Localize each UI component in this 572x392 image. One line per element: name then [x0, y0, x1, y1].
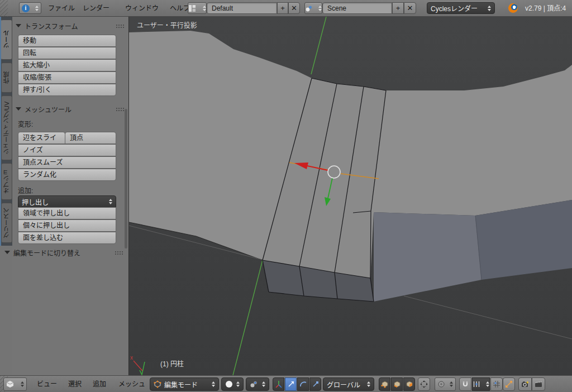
- collapse-triangle-icon: [4, 251, 10, 254]
- cube-icon: [6, 380, 14, 388]
- pivot-center-dropdown[interactable]: [246, 377, 269, 391]
- tab-shading-uv[interactable]: シェーディング/UV: [1, 95, 12, 160]
- extrude-individual-button[interactable]: 個々に押し出し: [18, 219, 116, 232]
- tool-shelf-tabs: ツール 作成 シェーディング/UV オプション グリースペンシル: [0, 17, 12, 246]
- camera-icon: [521, 380, 529, 388]
- snap-magnet-button[interactable]: [459, 377, 471, 391]
- tool-shelf-panels: トランスフォーム 移動 回転 拡大縮小 収縮/膨張 押す/引く メッシュツール …: [12, 17, 128, 375]
- snap-target-grid-icon: [493, 380, 500, 388]
- randomize-button[interactable]: ランダム化: [18, 169, 116, 181]
- chevron-updown-icon: [318, 6, 322, 11]
- face-select-icon: [406, 380, 413, 388]
- panel-grip-icon[interactable]: [116, 107, 125, 111]
- chevron-updown-icon: [367, 381, 370, 387]
- shelf-scrollbar[interactable]: [125, 109, 127, 248]
- opengl-render-button[interactable]: [518, 377, 532, 391]
- opengl-render-anim-button[interactable]: [532, 377, 545, 391]
- panel-header-transform[interactable]: トランスフォーム: [16, 21, 125, 31]
- viewport-shading-dropdown[interactable]: [221, 377, 244, 391]
- editor-type-3dview-dropdown[interactable]: [3, 377, 27, 391]
- chevron-updown-icon: [35, 6, 39, 11]
- redo-panel-header[interactable]: 編集モードに切り替え: [0, 247, 128, 258]
- chevron-updown-icon: [203, 6, 206, 11]
- shrink-fatten-button[interactable]: 収縮/膨張: [18, 71, 116, 84]
- face-select-button[interactable]: [403, 377, 415, 391]
- pivot-icon: [250, 380, 258, 388]
- render-engine-label: Cyclesレンダー: [431, 3, 478, 13]
- screen-layout-name: Default: [212, 4, 233, 12]
- snap-group: [459, 377, 503, 391]
- chevron-updown-icon: [212, 381, 215, 387]
- snap-peel-button[interactable]: [503, 377, 515, 391]
- close-layout-button[interactable]: ✕: [288, 2, 300, 14]
- mode-dropdown[interactable]: 編集モード: [150, 377, 219, 391]
- chevron-updown-icon: [262, 381, 265, 387]
- scene-icon-button[interactable]: [304, 2, 322, 14]
- menu-window[interactable]: ウィンドウ: [122, 0, 162, 17]
- panel-grip-icon[interactable]: [116, 24, 125, 28]
- smooth-vertex-button[interactable]: 頂点スムーズ: [18, 156, 116, 169]
- limit-selection-icon: [420, 380, 428, 388]
- extrude-dropdown[interactable]: 押し出し: [18, 195, 116, 208]
- edge-select-icon: [393, 380, 401, 388]
- panel-header-meshtools[interactable]: メッシュツール: [16, 104, 125, 114]
- tab-options[interactable]: オプション: [1, 163, 12, 200]
- rotate-arc-icon: [299, 380, 307, 388]
- clapperboard-icon: [535, 380, 542, 388]
- manipulator-rotate-button[interactable]: [297, 377, 309, 391]
- vertex-select-button[interactable]: [379, 377, 390, 391]
- snap-target-button[interactable]: [490, 377, 503, 391]
- translate-button[interactable]: 移動: [18, 35, 116, 47]
- close-scene-button[interactable]: ✕: [404, 2, 416, 14]
- menu-select[interactable]: 選択: [65, 376, 85, 392]
- tab-grease-pencil[interactable]: グリースペンシル: [1, 203, 12, 243]
- menu-view[interactable]: ビュー: [34, 376, 60, 392]
- tab-create[interactable]: 作成: [1, 63, 12, 93]
- panel-grip-icon[interactable]: [115, 251, 124, 255]
- extrude-region-button[interactable]: 領域で押し出し: [18, 207, 116, 219]
- push-pull-button[interactable]: 押す/引く: [18, 84, 116, 96]
- inset-faces-button[interactable]: 面を差し込む: [18, 232, 116, 244]
- edge-slide-button[interactable]: 辺をスライド: [18, 132, 65, 144]
- proportional-edit-dropdown[interactable]: [435, 377, 456, 391]
- add-label: 追加:: [18, 185, 33, 195]
- snap-element-dropdown[interactable]: [472, 377, 490, 391]
- menu-mesh[interactable]: メッシュ: [115, 376, 149, 392]
- scale-button[interactable]: 拡大縮小: [18, 59, 116, 71]
- screen-layout-name-field[interactable]: Default: [207, 2, 277, 14]
- transform-orientation-dropdown[interactable]: グローバル: [323, 377, 374, 391]
- scene-name-field[interactable]: Scene: [322, 2, 392, 14]
- vertex-slide-button[interactable]: 頂点: [65, 132, 116, 144]
- add-scene-button[interactable]: +: [392, 2, 404, 14]
- blender-logo-icon: [508, 3, 518, 13]
- scale-handle-icon: [312, 380, 320, 388]
- edge-select-button[interactable]: [391, 377, 403, 391]
- chevron-updown-icon: [486, 381, 489, 387]
- chevron-updown-icon: [109, 199, 112, 204]
- manipulator-scale-button[interactable]: [309, 377, 321, 391]
- screen-layout-icon-button[interactable]: [188, 2, 207, 14]
- collapse-triangle-icon: [16, 24, 21, 27]
- rotate-button[interactable]: 回転: [18, 47, 116, 59]
- menu-add[interactable]: 追加: [89, 376, 109, 392]
- render-engine-dropdown[interactable]: Cyclesレンダー: [427, 2, 495, 14]
- redo-panel-title: 編集モードに切り替え: [13, 248, 80, 257]
- tab-tools[interactable]: ツール: [1, 20, 12, 60]
- limit-selection-button[interactable]: [418, 377, 430, 391]
- editor-corner-grip[interactable]: [0, 0, 8, 17]
- noise-button[interactable]: ノイズ: [18, 144, 116, 156]
- add-layout-button[interactable]: +: [277, 2, 288, 14]
- viewport-3d[interactable]: x ユーザー・平行投影 (1) 円柱: [128, 17, 572, 375]
- orientation-label: グローバル: [327, 380, 360, 389]
- manipulator-axis-button[interactable]: [273, 377, 284, 391]
- translate-arrow-icon: [287, 380, 295, 388]
- menu-file[interactable]: ファイル: [45, 0, 78, 17]
- manipulator-translate-button[interactable]: [285, 377, 297, 391]
- scene-name: Scene: [327, 4, 346, 12]
- editor-type-dropdown[interactable]: i: [19, 2, 41, 14]
- deform-label: 変形:: [18, 119, 33, 128]
- menu-render[interactable]: レンダー: [79, 0, 113, 17]
- shading-sphere-icon: [225, 380, 233, 388]
- mode-label: 編集モード: [164, 380, 198, 389]
- vertex-select-icon: [381, 380, 389, 388]
